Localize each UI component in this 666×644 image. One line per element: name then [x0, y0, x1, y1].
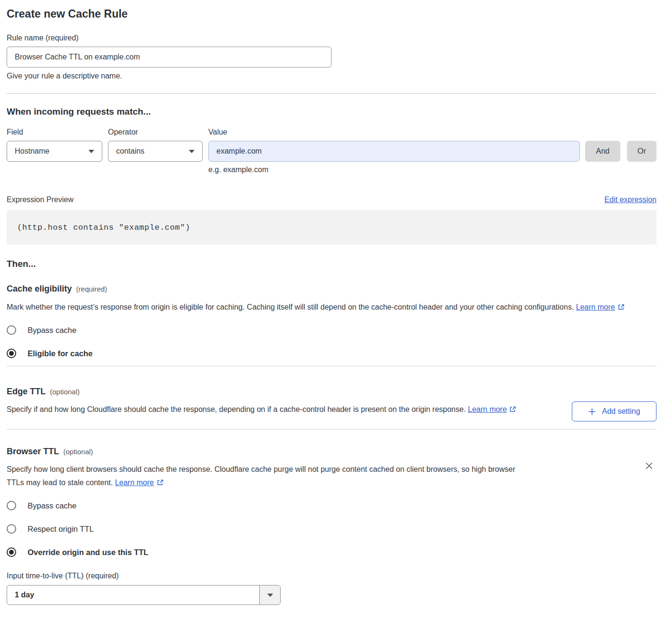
learn-more-link[interactable]: Learn more — [576, 303, 625, 311]
radio-label: Bypass cache — [28, 324, 77, 336]
cache-eligibility-description-text: Mark whether the request’s response from… — [7, 303, 574, 311]
radio-icon[interactable] — [7, 325, 16, 335]
learn-more-link[interactable]: Learn more — [115, 478, 164, 487]
value-input[interactable] — [208, 141, 580, 162]
radio-label: Bypass cache — [28, 500, 77, 511]
browser-ttl-radio-group: Bypass cache Respect origin TTL Override… — [7, 500, 656, 558]
then-heading: Then... — [7, 258, 656, 270]
browser-ttl-title: Browser TTL — [7, 446, 59, 457]
chevron-down-icon — [189, 150, 195, 153]
edge-ttl-description: Specify if and how long Cloudflare shoul… — [7, 403, 530, 416]
or-button[interactable]: Or — [627, 141, 656, 162]
radio-label: Eligible for cache — [28, 348, 93, 359]
operator-label: Operator — [108, 127, 203, 137]
browser-ttl-description: Specify how long client browsers should … — [7, 463, 530, 489]
expression-preview-label: Expression Preview — [7, 195, 74, 205]
ttl-select[interactable]: 1 day — [7, 585, 281, 605]
operator-select-value: contains — [116, 147, 145, 156]
plus-icon — [588, 408, 596, 416]
radio-option-bypass-cache[interactable]: Bypass cache — [7, 324, 656, 336]
field-select-value: Hostname — [15, 147, 49, 156]
rule-name-help-text: Give your rule a descriptive name. — [7, 71, 656, 81]
external-link-icon — [157, 479, 164, 486]
radio-option-override-origin-ttl[interactable]: Override origin and use this TTL — [7, 546, 656, 558]
radio-option-bypass-cache[interactable]: Bypass cache — [7, 500, 656, 511]
edge-ttl-description-text: Specify if and how long Cloudflare shoul… — [7, 405, 466, 413]
cache-eligibility-qualifier: (required) — [76, 285, 107, 293]
and-button[interactable]: And — [585, 141, 620, 162]
cache-eligibility-title: Cache eligibility — [7, 283, 72, 294]
section-divider — [7, 429, 656, 429]
external-link-icon — [509, 406, 516, 413]
radio-option-eligible-for-cache[interactable]: Eligible for cache — [7, 348, 656, 359]
radio-icon[interactable] — [7, 501, 16, 510]
browser-ttl-section: Browser TTL (optional) Specify how long … — [7, 446, 656, 605]
learn-more-label: Learn more — [576, 303, 615, 311]
edge-ttl-title: Edge TTL — [7, 386, 46, 397]
cache-eligibility-section: Cache eligibility (required) Mark whethe… — [7, 283, 656, 359]
expression-builder-row: Field Hostname Operator contains Value e… — [7, 127, 656, 174]
browser-ttl-qualifier: (optional) — [63, 448, 93, 456]
section-divider — [7, 93, 656, 94]
add-setting-label: Add setting — [602, 407, 640, 416]
match-section-heading: When incoming requests match... — [7, 106, 656, 118]
close-icon[interactable] — [642, 459, 656, 472]
field-select[interactable]: Hostname — [7, 141, 102, 162]
radio-label: Override origin and use this TTL — [28, 546, 148, 558]
radio-icon[interactable] — [7, 349, 16, 358]
chevron-down-icon — [88, 150, 94, 153]
cache-eligibility-radio-group: Bypass cache Eligible for cache — [7, 324, 656, 359]
expression-code-block: (http.host contains "example.com") — [7, 210, 656, 244]
browser-ttl-description-text: Specify how long client browsers should … — [7, 465, 515, 487]
rule-name-label: Rule name (required) — [7, 33, 656, 43]
rule-name-input[interactable] — [7, 47, 332, 68]
learn-more-label: Learn more — [115, 478, 154, 487]
radio-icon[interactable] — [7, 524, 16, 534]
edge-ttl-section: Edge TTL (optional) Add setting Specify … — [7, 386, 656, 416]
operator-select[interactable]: contains — [108, 141, 203, 162]
learn-more-label: Learn more — [468, 405, 507, 413]
learn-more-link[interactable]: Learn more — [468, 405, 517, 413]
radio-label: Respect origin TTL — [28, 523, 94, 535]
radio-icon[interactable] — [7, 547, 16, 557]
expression-code: (http.host contains "example.com") — [17, 223, 190, 232]
page-title: Create new Cache Rule — [7, 7, 656, 20]
edit-expression-link[interactable]: Edit expression — [605, 195, 656, 204]
field-label: Field — [7, 127, 102, 137]
value-label: Value — [208, 127, 580, 137]
add-setting-button[interactable]: Add setting — [572, 401, 656, 421]
cache-eligibility-description: Mark whether the request’s response from… — [7, 301, 656, 314]
value-hint: e.g. example.com — [208, 166, 580, 174]
radio-option-respect-origin-ttl[interactable]: Respect origin TTL — [7, 523, 656, 535]
edge-ttl-qualifier: (optional) — [50, 388, 80, 396]
ttl-input-label: Input time-to-live (TTL) (required) — [7, 571, 656, 581]
expression-preview-row: Expression Preview Edit expression — [7, 195, 656, 205]
chevron-down-icon — [259, 585, 280, 605]
ttl-select-value: 1 day — [7, 585, 259, 605]
section-divider — [7, 366, 656, 366]
external-link-icon — [617, 303, 625, 311]
